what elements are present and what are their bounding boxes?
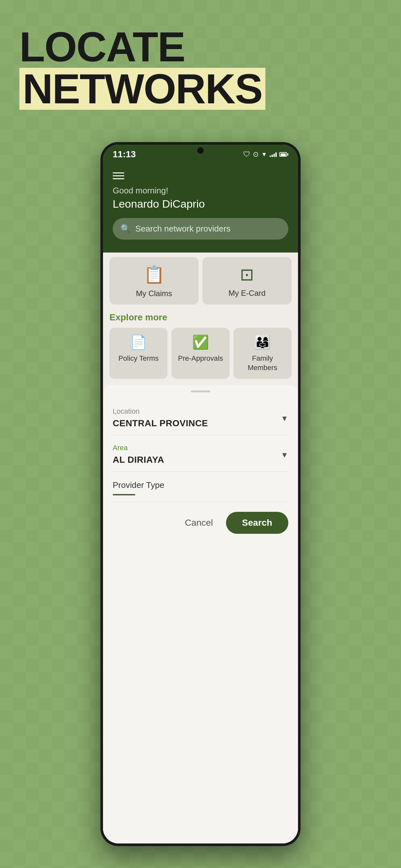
hamburger-line-1 (113, 173, 124, 174)
policy-label: Policy Terms (119, 354, 158, 363)
policy-terms-card[interactable]: 📄 Policy Terms (110, 328, 167, 379)
area-label: Area (113, 444, 288, 452)
app-header: Good morning! Leonardo DiCaprio 🔍 Search… (103, 164, 298, 252)
cancel-button[interactable]: Cancel (178, 513, 219, 532)
bottom-sheet: Location CENTRAL PROVINCE ▼ Area AL DIRI… (103, 385, 298, 843)
phone-screen: 11:13 🛡 ⊙ ▼ (103, 145, 298, 843)
explore-title: Explore more (110, 312, 291, 322)
screen-content: 11:13 🛡 ⊙ ▼ (103, 145, 298, 843)
wifi-icon: ▼ (261, 151, 267, 158)
camera-notch (197, 147, 204, 154)
shield-icon: 🛡 (243, 150, 250, 159)
explore-section: Explore more 📄 Policy Terms ✅ Pre-Approv… (103, 309, 298, 385)
signal-icon (270, 152, 277, 157)
provider-type-field[interactable]: Provider Type (113, 475, 288, 502)
family-icon: 👨‍👩‍👧 (254, 334, 271, 350)
location-label: Location (113, 407, 288, 415)
ecard-icon: ⊡ (240, 265, 254, 284)
hero-section: LOCATE NETWORKS (19, 26, 266, 110)
user-name: Leonardo DiCaprio (113, 197, 288, 210)
provider-type-label: Provider Type (113, 480, 288, 490)
pre-approvals-card[interactable]: ✅ Pre-Approvals (172, 328, 229, 379)
my-claims-card[interactable]: 📋 My Claims (110, 257, 198, 305)
sheet-handle (191, 391, 210, 392)
greeting-text: Good morning! (113, 186, 288, 196)
search-placeholder: Search network providers (135, 224, 230, 234)
search-icon: 🔍 (120, 224, 131, 234)
family-label: Family Members (239, 354, 286, 372)
quick-actions: 📋 My Claims ⊡ My E-Card (103, 252, 298, 309)
search-button[interactable]: Search (226, 512, 288, 534)
family-members-card[interactable]: 👨‍👩‍👧 Family Members (234, 328, 291, 379)
hamburger-menu[interactable] (113, 173, 288, 179)
hero-title-locate: LOCATE (19, 26, 266, 68)
search-bar[interactable]: 🔍 Search network providers (113, 218, 288, 240)
status-icons: 🛡 ⊙ ▼ (243, 150, 288, 159)
phone-frame: 11:13 🛡 ⊙ ▼ (100, 142, 301, 846)
claims-icon: 📋 (144, 265, 165, 284)
location-dropdown-icon: ▼ (281, 414, 288, 423)
battery-icon (279, 152, 288, 157)
ecard-label: My E-Card (228, 289, 266, 298)
approvals-label: Pre-Approvals (178, 354, 223, 363)
location-value: CENTRAL PROVINCE (113, 418, 288, 429)
status-time: 11:13 (113, 149, 136, 159)
settings-icon: ⊙ (253, 150, 258, 159)
my-ecard-card[interactable]: ⊡ My E-Card (203, 257, 291, 305)
approvals-icon: ✅ (192, 334, 209, 350)
area-dropdown-icon: ▼ (281, 451, 288, 460)
status-bar: 11:13 🛡 ⊙ ▼ (103, 145, 298, 164)
provider-underline (113, 494, 135, 495)
hero-title-networks: NETWORKS (19, 68, 266, 110)
policy-icon: 📄 (130, 334, 147, 350)
app-content: 📋 My Claims ⊡ My E-Card Explore more 📄 (103, 252, 298, 843)
hamburger-line-3 (113, 178, 124, 179)
claims-label: My Claims (136, 289, 172, 298)
explore-grid: 📄 Policy Terms ✅ Pre-Approvals 👨‍👩‍👧 Fam… (110, 328, 291, 379)
area-value: AL DIRIAYA (113, 455, 288, 465)
location-field[interactable]: Location CENTRAL PROVINCE ▼ (113, 402, 288, 435)
bottom-buttons: Cancel Search (113, 505, 288, 544)
hamburger-line-2 (113, 175, 124, 176)
area-field[interactable]: Area AL DIRIAYA ▼ (113, 438, 288, 472)
